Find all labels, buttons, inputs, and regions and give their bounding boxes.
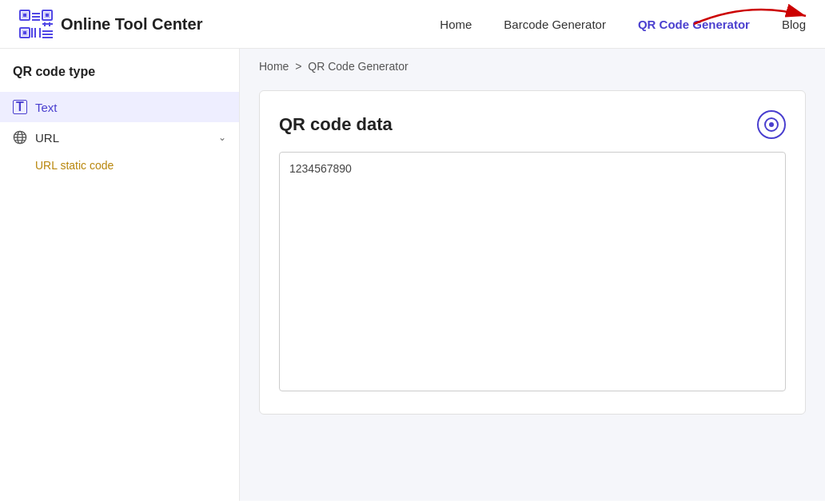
sidebar-item-url-label: URL bbox=[35, 131, 59, 145]
sidebar-title: QR code type bbox=[0, 65, 239, 92]
breadcrumb-home[interactable]: Home bbox=[259, 60, 289, 73]
nav-home[interactable]: Home bbox=[440, 14, 472, 34]
nav: Home Barcode Generator QR Code Generator… bbox=[440, 14, 806, 34]
globe-icon bbox=[13, 130, 27, 145]
main-content: Home > QR Code Generator QR code data bbox=[240, 49, 825, 501]
logo-text: Online Tool Center bbox=[61, 15, 202, 34]
header: Online Tool Center Home Barcode Generato… bbox=[0, 0, 825, 49]
logo-icon bbox=[19, 10, 53, 38]
qr-data-textarea[interactable] bbox=[279, 152, 786, 391]
svg-rect-2 bbox=[23, 14, 26, 17]
card-header: QR code data bbox=[279, 110, 786, 139]
chevron-down-icon: ⌄ bbox=[218, 132, 226, 143]
svg-rect-5 bbox=[23, 31, 26, 34]
breadcrumb-separator: > bbox=[295, 60, 301, 73]
breadcrumb: Home > QR Code Generator bbox=[240, 49, 825, 84]
nav-qr-code[interactable]: QR Code Generator bbox=[638, 14, 750, 34]
sidebar: QR code type T Text URL ⌄ URL static c bbox=[0, 49, 240, 501]
layout: QR code type T Text URL ⌄ URL static c bbox=[0, 49, 825, 501]
sidebar-url-static[interactable]: URL static code bbox=[0, 153, 239, 178]
logo[interactable]: Online Tool Center bbox=[19, 10, 202, 38]
sidebar-url-left: URL bbox=[13, 130, 59, 145]
sidebar-item-text[interactable]: T Text bbox=[0, 92, 239, 122]
qr-icon-button[interactable] bbox=[757, 110, 786, 139]
sidebar-item-text-label: Text bbox=[35, 101, 58, 114]
card-title: QR code data bbox=[279, 114, 393, 135]
text-icon: T bbox=[13, 100, 27, 114]
nav-blog[interactable]: Blog bbox=[782, 14, 806, 34]
svg-rect-8 bbox=[46, 14, 49, 17]
nav-barcode[interactable]: Barcode Generator bbox=[504, 14, 606, 34]
qr-icon-dot bbox=[769, 122, 774, 127]
url-static-label: URL static code bbox=[35, 159, 114, 172]
sidebar-item-url[interactable]: URL ⌄ bbox=[0, 122, 239, 153]
breadcrumb-current: QR Code Generator bbox=[308, 60, 408, 73]
qr-icon-inner bbox=[764, 117, 779, 132]
content-card: QR code data bbox=[259, 90, 806, 415]
